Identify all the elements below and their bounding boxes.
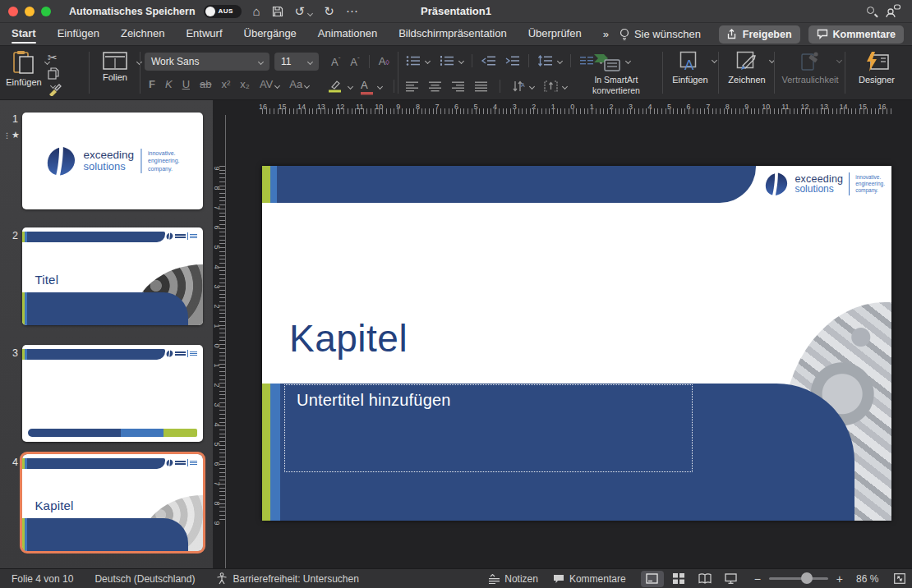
highlighter-button[interactable]: [327, 80, 343, 93]
save-icon[interactable]: [272, 6, 283, 17]
paste-button[interactable]: Einfügen: [5, 48, 43, 87]
tab-start[interactable]: Start: [12, 24, 36, 44]
draw-button[interactable]: Zeichnen: [723, 48, 771, 85]
share-button[interactable]: Freigeben: [719, 25, 800, 44]
comments-button[interactable]: Kommentare: [808, 25, 904, 44]
redo-icon[interactable]: ↻: [324, 5, 334, 17]
normal-view-button[interactable]: [641, 571, 664, 587]
notes-button[interactable]: Notizen: [489, 573, 538, 585]
more-commands-icon[interactable]: ⋯: [346, 5, 358, 17]
numbered-list-button[interactable]: [440, 55, 454, 67]
columns-button[interactable]: [579, 55, 594, 67]
chevron-down-icon[interactable]: [712, 57, 717, 63]
slide-thumbnail-3[interactable]: [22, 345, 203, 442]
minimize-window-button[interactable]: [25, 7, 35, 16]
powerpoint-window: Automatisches Speichern AUS ⌂ ↺ ↻ ⋯ Präs…: [0, 0, 912, 588]
autosave-toggle[interactable]: AUS: [204, 5, 242, 18]
fit-to-window-button[interactable]: [894, 573, 905, 584]
justify-button[interactable]: [475, 81, 488, 92]
search-icon[interactable]: [867, 7, 874, 14]
zoom-in-button[interactable]: +: [835, 572, 845, 586]
chevron-down-icon[interactable]: [425, 57, 431, 63]
grid-view-icon: [673, 573, 684, 584]
decrease-indent-button[interactable]: [481, 55, 496, 67]
increase-indent-button[interactable]: [504, 55, 520, 67]
new-slide-button[interactable]: Folien: [94, 48, 136, 82]
slide-canvas[interactable]: exceeding solutions innovative.engineeri…: [262, 166, 891, 521]
slide-thumbnail-1[interactable]: exceeding solutions innovative.engineeri…: [22, 113, 203, 209]
text-direction-button[interactable]: A: [512, 80, 525, 92]
strikethrough-button[interactable]: ab: [196, 76, 215, 94]
zoom-slider-knob[interactable]: [801, 572, 813, 584]
slideshow-view-button[interactable]: [720, 571, 743, 587]
font-name-select[interactable]: Work Sans: [145, 53, 269, 71]
home-icon[interactable]: ⌂: [253, 5, 260, 17]
tab-bildschirmpraesentation[interactable]: Bildschirmpräsentation: [398, 24, 507, 44]
undo-icon[interactable]: ↺: [295, 5, 313, 17]
zoom-slider[interactable]: [769, 577, 828, 580]
slide-3-number: 3: [5, 347, 18, 359]
bullet-list-button[interactable]: [406, 55, 421, 67]
align-right-button[interactable]: [452, 81, 465, 92]
chevron-down-icon[interactable]: [377, 83, 383, 89]
bold-button[interactable]: F: [145, 76, 159, 94]
subtitle-placeholder[interactable]: Untertitel hinzufügen: [284, 384, 693, 472]
tab-zeichnen[interactable]: Zeichnen: [121, 24, 164, 44]
italic-button[interactable]: K: [161, 76, 177, 94]
smartart-label: In SmartArtkonvertieren: [575, 75, 657, 96]
language-indicator[interactable]: Deutsch (Deutschland): [94, 573, 195, 585]
tab-uebergaenge[interactable]: Übergänge: [244, 24, 297, 44]
chevron-down-icon[interactable]: [348, 83, 353, 89]
slide-sorter-view-button[interactable]: [667, 571, 690, 587]
zoom-out-button[interactable]: −: [753, 572, 762, 586]
chevron-down-icon[interactable]: [458, 57, 464, 63]
change-case-button[interactable]: Aa: [285, 76, 313, 94]
align-text-vertical-button[interactable]: [544, 80, 558, 92]
insert-textbox-button[interactable]: A Einfügen: [667, 48, 713, 85]
tab-entwurf[interactable]: Entwurf: [186, 24, 222, 44]
slide-top-bar-shape[interactable]: [262, 166, 756, 203]
chevron-down-icon[interactable]: [529, 83, 535, 89]
align-center-button[interactable]: [429, 81, 442, 92]
superscript-button[interactable]: x²: [217, 76, 234, 94]
close-window-button[interactable]: [8, 7, 18, 16]
designer-button[interactable]: Designer: [848, 48, 905, 85]
format-painter-button[interactable]: [48, 83, 62, 96]
tab-animationen[interactable]: Animationen: [318, 24, 377, 44]
accessibility-checker[interactable]: Barrierefreiheit: Untersuchen: [216, 572, 358, 585]
tell-me-control[interactable]: Sie wünschen: [620, 28, 701, 41]
chevron-down-icon[interactable]: [557, 57, 563, 63]
subscript-button[interactable]: x₂: [236, 76, 254, 94]
slide-thumbnail-4[interactable]: Kapitel: [22, 454, 203, 551]
cut-button[interactable]: ✂: [48, 51, 58, 64]
transition-star-icon[interactable]: ★: [3, 130, 20, 140]
share-icon: [727, 29, 738, 39]
tab-einfuegen[interactable]: Einfügen: [58, 24, 99, 44]
slide-thumbnail-2[interactable]: Titel: [22, 227, 203, 325]
slide-position-indicator[interactable]: Folie 4 von 10: [12, 573, 73, 585]
zoom-window-button[interactable]: [41, 7, 51, 16]
chevron-down-icon[interactable]: [562, 83, 568, 89]
character-spacing-button[interactable]: AV: [256, 76, 283, 94]
line-spacing-button[interactable]: [537, 55, 553, 67]
clear-formatting-button[interactable]: A◊: [375, 53, 394, 71]
reading-view-button[interactable]: [693, 571, 716, 587]
zoom-level[interactable]: 86 %: [856, 573, 884, 585]
paste-label: Einfügen: [5, 77, 43, 87]
slide-title-text[interactable]: Kapitel: [289, 316, 408, 361]
shrink-font-button[interactable]: Aˇ: [346, 51, 363, 71]
convert-to-smartart-button[interactable]: [593, 53, 621, 72]
editing-canvas[interactable]: 1615141312111098765432101234567891011121…: [214, 100, 912, 568]
tab-overflow-chevrons[interactable]: »: [603, 28, 608, 40]
comments-toggle-button[interactable]: Kommentare: [553, 573, 626, 585]
underline-button[interactable]: U: [178, 76, 194, 94]
font-color-button[interactable]: A: [361, 77, 373, 95]
align-left-button[interactable]: [406, 81, 419, 92]
grow-font-button[interactable]: Aˆ: [327, 51, 344, 71]
vertical-ruler: 9876543210123456789: [214, 115, 225, 568]
font-size-select[interactable]: 11: [274, 53, 319, 71]
company-logo[interactable]: exceeding solutions innovative.engineeri…: [764, 172, 885, 196]
contacts-icon[interactable]: [886, 4, 900, 17]
chevron-down-icon: [274, 83, 280, 89]
tab-ueberpruefen[interactable]: Überprüfen: [528, 24, 582, 44]
